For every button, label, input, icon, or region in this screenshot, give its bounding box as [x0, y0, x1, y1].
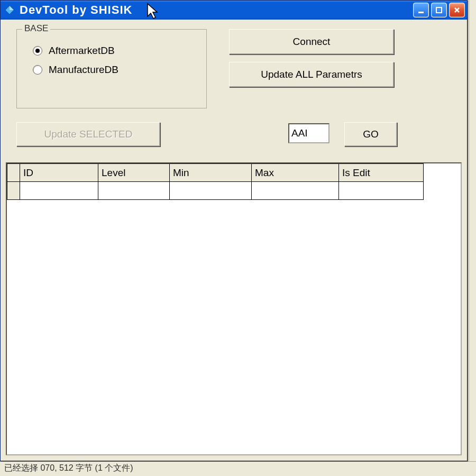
window-title: DevTool by SHISIK [20, 3, 413, 17]
background-statusbar: 已经选择 070, 512 字节 (1 个文件) [0, 461, 476, 476]
groupbox-legend: BASE [22, 23, 50, 34]
table-header-row: ID Level Min Max Is Edit [7, 164, 424, 182]
radio-icon [33, 65, 42, 75]
minimize-button[interactable] [413, 3, 429, 17]
cell[interactable] [170, 182, 252, 200]
app-window: DevTool by SHISIK BASE Aft [0, 0, 468, 461]
col-header-isedit[interactable]: Is Edit [339, 164, 424, 182]
radio-icon [33, 46, 42, 56]
cell[interactable] [20, 182, 98, 200]
col-header-min[interactable]: Min [170, 164, 252, 182]
background-window-edge [469, 0, 476, 476]
base-groupbox: BASE AftermarketDB ManufactureDB [16, 29, 207, 108]
connect-button[interactable]: Connect [229, 29, 394, 54]
row-header[interactable] [7, 182, 20, 200]
client-area: BASE AftermarketDB ManufactureDB Connect… [1, 20, 467, 461]
radio-manufacturedb[interactable]: ManufactureDB [17, 60, 206, 79]
col-header-level[interactable]: Level [98, 164, 170, 182]
svg-rect-3 [436, 7, 442, 13]
cell[interactable] [252, 182, 339, 200]
radio-dot-icon [35, 49, 40, 53]
radio-label: ManufactureDB [49, 64, 118, 76]
code-input[interactable] [288, 123, 329, 143]
svg-rect-2 [418, 12, 424, 13]
titlebar[interactable]: DevTool by SHISIK [1, 1, 467, 20]
cell[interactable] [339, 182, 424, 200]
row-header-corner [7, 164, 20, 182]
update-selected-button[interactable]: Update SELECTED [16, 122, 160, 147]
go-button[interactable]: GO [344, 122, 397, 147]
col-header-max[interactable]: Max [252, 164, 339, 182]
maximize-button[interactable] [431, 3, 447, 17]
radio-aftermarketdb[interactable]: AftermarketDB [17, 41, 206, 60]
update-all-button[interactable]: Update ALL Parametrs [229, 62, 394, 87]
col-header-id[interactable]: ID [20, 164, 98, 182]
cell[interactable] [98, 182, 170, 200]
radio-label: AftermarketDB [49, 45, 115, 57]
app-icon [4, 4, 15, 16]
table-row[interactable] [7, 182, 424, 200]
close-button[interactable] [449, 3, 465, 17]
data-grid[interactable]: ID Level Min Max Is Edit [6, 162, 462, 455]
